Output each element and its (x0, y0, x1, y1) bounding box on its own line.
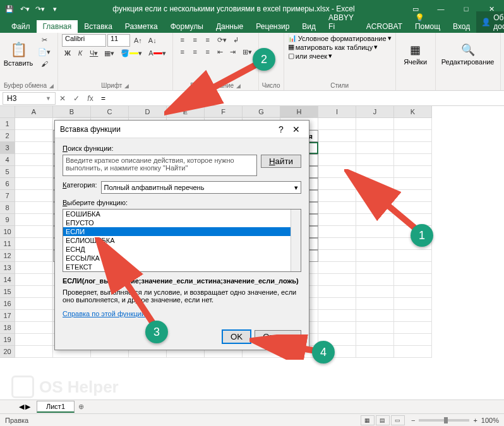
cell[interactable] (15, 226, 53, 238)
tab-acrobat[interactable]: ACROBAT (360, 20, 409, 33)
cell[interactable] (356, 250, 394, 262)
add-sheet-icon[interactable]: ⊕ (75, 403, 87, 411)
cell[interactable] (318, 238, 356, 250)
cell[interactable] (15, 310, 53, 322)
cell[interactable] (15, 166, 53, 178)
dialog-close-icon[interactable]: ✕ (289, 124, 304, 134)
cancel-formula-icon[interactable]: ✕ (56, 92, 69, 105)
row-header-9[interactable]: 9 (0, 214, 15, 226)
cell[interactable] (394, 142, 432, 154)
cell[interactable] (15, 154, 53, 166)
underline-button[interactable]: Ч▾ (87, 47, 100, 59)
zoom-out-icon[interactable]: − (411, 417, 415, 424)
zoom-in-icon[interactable]: + (473, 417, 477, 424)
tab-home[interactable]: Главная (37, 20, 78, 33)
format-painter-icon[interactable]: 🖌 (35, 58, 53, 69)
row-header-11[interactable]: 11 (0, 238, 15, 250)
clipboard-launcher-icon[interactable]: ◢ (49, 83, 54, 89)
cell[interactable] (394, 334, 432, 346)
sheet-nav-next-icon[interactable]: ▶ (25, 403, 30, 411)
orientation-icon[interactable]: ⟳▾ (215, 34, 229, 45)
cell[interactable] (356, 298, 394, 310)
align-bottom-icon[interactable]: ≡ (202, 34, 213, 45)
row-header-10[interactable]: 10 (0, 226, 15, 238)
cell[interactable] (394, 250, 432, 262)
tab-layout[interactable]: Разметка (119, 20, 164, 33)
cell[interactable] (318, 322, 356, 334)
formula-input[interactable]: = (97, 92, 504, 105)
cell[interactable] (394, 274, 432, 286)
paste-button[interactable]: 📋 Вставить (4, 34, 33, 74)
cell[interactable] (394, 154, 432, 166)
copy-icon[interactable]: 📄▾ (35, 46, 53, 57)
cell[interactable] (356, 310, 394, 322)
view-pagebreak-icon[interactable]: ▭ (391, 415, 405, 425)
name-box[interactable]: H3▼ (3, 92, 56, 105)
cell[interactable] (356, 154, 394, 166)
fill-color-icon[interactable]: 🪣▾ (118, 47, 145, 59)
cell[interactable] (356, 130, 394, 142)
qat-customize-icon[interactable]: ▾ (48, 2, 62, 16)
zoom-value[interactable]: 100% (481, 417, 499, 424)
border-icon[interactable]: ▦▾ (102, 47, 117, 59)
tab-abbyy[interactable]: ABBYY Fi (322, 11, 360, 33)
cell[interactable] (15, 322, 53, 334)
cell[interactable] (318, 286, 356, 298)
cell[interactable] (394, 310, 432, 322)
row-header-18[interactable]: 18 (0, 322, 15, 334)
italic-button[interactable]: К (75, 47, 86, 59)
tab-login[interactable]: Вход (447, 20, 476, 33)
dialog-help-icon[interactable]: ? (273, 124, 289, 134)
cells-button[interactable]: ▦ Ячейки (400, 34, 431, 74)
align-right-icon[interactable]: ≡ (202, 46, 213, 57)
row-header-1[interactable]: 1 (0, 118, 15, 130)
cell[interactable] (356, 346, 394, 358)
maximize-icon[interactable]: □ (453, 0, 479, 18)
enter-formula-icon[interactable]: ✓ (69, 92, 83, 105)
cell[interactable] (356, 286, 394, 298)
cell[interactable] (356, 274, 394, 286)
search-input[interactable]: Введите краткое описание действия, котор… (63, 155, 257, 176)
col-header-I[interactable]: I (318, 106, 356, 118)
cell[interactable] (318, 142, 356, 154)
col-header-H[interactable]: H (280, 106, 318, 118)
cell[interactable] (394, 298, 432, 310)
find-button[interactable]: Найти (261, 155, 301, 168)
share-button[interactable]: 👤 Общий доступ (476, 11, 504, 33)
tab-file[interactable]: Файл (5, 20, 37, 33)
row-header-5[interactable]: 5 (0, 166, 15, 178)
editing-button[interactable]: 🔍 Редактирование (440, 34, 496, 74)
ok-button[interactable]: OK (222, 330, 251, 343)
cell[interactable] (15, 238, 53, 250)
row-header-2[interactable]: 2 (0, 130, 15, 142)
fx-icon[interactable]: fx (83, 92, 97, 105)
tab-review[interactable]: Рецензир (249, 20, 296, 33)
cell[interactable] (15, 286, 53, 298)
cell[interactable] (15, 190, 53, 202)
cell[interactable] (318, 262, 356, 274)
tab-formulas[interactable]: Формулы (164, 20, 210, 33)
col-header-A[interactable]: A (15, 106, 53, 118)
shrink-font-icon[interactable]: A↓ (146, 35, 159, 46)
col-header-J[interactable]: J (356, 106, 394, 118)
cell[interactable] (356, 118, 394, 130)
row-header-7[interactable]: 7 (0, 190, 15, 202)
sheet-tab[interactable]: Лист1 (37, 401, 75, 413)
indent-left-icon[interactable]: ⇤ (215, 46, 226, 57)
col-header-C[interactable]: C (91, 106, 129, 118)
category-select[interactable]: Полный алфавитный перечень▾ (101, 181, 302, 194)
cell[interactable] (15, 178, 53, 190)
col-header-K[interactable]: K (394, 106, 432, 118)
cell[interactable] (318, 310, 356, 322)
sheet-nav-prev-icon[interactable]: ◀ (19, 403, 24, 411)
font-launcher-icon[interactable]: ◢ (124, 83, 129, 89)
cell[interactable] (15, 346, 53, 358)
cell[interactable] (318, 274, 356, 286)
function-item[interactable]: ЕОШИБКА (63, 210, 301, 218)
cell[interactable] (356, 322, 394, 334)
view-layout-icon[interactable]: ▤ (376, 415, 390, 425)
align-middle-icon[interactable]: ≡ (189, 34, 201, 45)
cell[interactable] (318, 154, 356, 166)
cut-icon[interactable]: ✂ (35, 34, 53, 45)
select-all-corner[interactable] (0, 106, 15, 118)
